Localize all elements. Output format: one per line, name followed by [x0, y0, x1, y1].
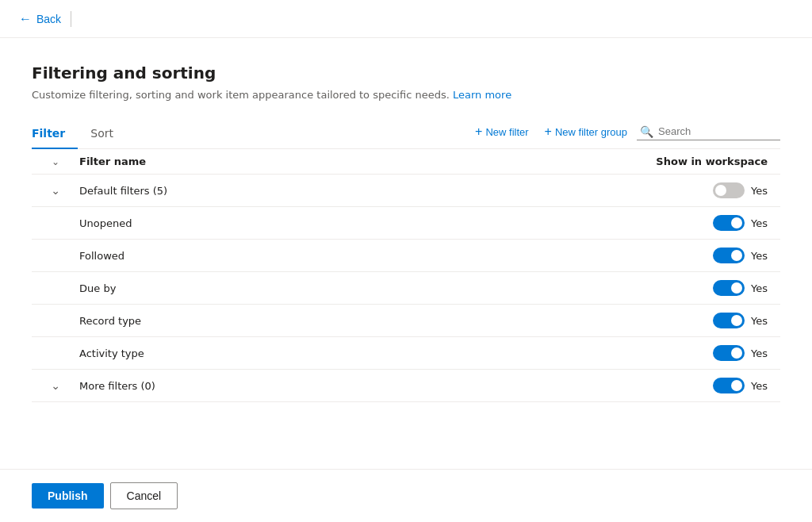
toggle-thumb — [731, 347, 742, 359]
toggle-area-default-filters: Yes — [622, 182, 780, 198]
toggle-yes-activity-type: Yes — [751, 347, 768, 359]
search-icon: 🔍 — [640, 125, 653, 138]
filter-table: ⌄ Filter name Show in workspace ⌄ Defaul… — [32, 149, 780, 450]
toggle-yes-followed: Yes — [751, 250, 768, 262]
table-row: Unopened Yes — [32, 207, 780, 240]
toggle-area-record-type: Yes — [622, 313, 780, 328]
back-arrow-icon: ← — [19, 12, 32, 26]
toggle-track — [713, 248, 745, 263]
toggle-track — [713, 182, 745, 198]
toggle-thumb — [731, 250, 742, 261]
header-filter-name: Filter name — [79, 155, 622, 167]
toggle-due-by[interactable] — [713, 280, 745, 296]
table-row: Activity type Yes — [32, 337, 780, 370]
toggle-area-due-by: Yes — [622, 280, 780, 296]
toggle-track — [713, 215, 745, 231]
tab-filter[interactable]: Filter — [32, 121, 78, 149]
toggle-more-filters[interactable] — [713, 378, 745, 393]
toggle-followed[interactable] — [713, 248, 745, 263]
top-bar-divider — [71, 11, 71, 27]
row-label-unopened: Unopened — [79, 217, 622, 229]
toggle-track — [713, 313, 745, 328]
row-label-due-by: Due by — [79, 282, 622, 294]
toggle-area-more-filters: Yes — [622, 378, 780, 393]
new-filter-label: New filter — [485, 126, 528, 138]
header-chevron-col: ⌄ — [32, 156, 79, 167]
toggle-thumb — [731, 282, 742, 294]
table-row: ⌄ More filters (0) Yes — [32, 370, 780, 402]
subtitle-text: Customize filtering, sorting and work it… — [32, 89, 450, 101]
row-label-record-type: Record type — [79, 315, 622, 327]
toggle-unopened[interactable] — [713, 215, 745, 231]
tab-sort[interactable]: Sort — [78, 121, 126, 149]
toggle-record-type[interactable] — [713, 313, 745, 328]
new-filter-group-label: New filter group — [555, 126, 627, 138]
toggle-track — [713, 280, 745, 296]
new-filter-group-button[interactable]: + New filter group — [538, 121, 634, 142]
publish-button[interactable]: Publish — [32, 483, 104, 509]
tabs-toolbar: Filter Sort + New filter + New filter gr… — [32, 120, 780, 149]
row-chevron-default-filters[interactable]: ⌄ — [32, 184, 79, 197]
toggle-thumb — [731, 315, 742, 326]
toolbar: + New filter + New filter group 🔍 — [469, 121, 780, 148]
table-row: Due by Yes — [32, 272, 780, 305]
toggle-yes-due-by: Yes — [751, 282, 768, 294]
toggle-thumb — [731, 217, 742, 228]
header-show-workspace: Show in workspace — [622, 155, 780, 167]
row-label-followed: Followed — [79, 250, 622, 262]
toggle-activity-type[interactable] — [713, 345, 745, 361]
footer: Publish Cancel — [0, 469, 812, 522]
row-label-default-filters: Default filters (5) — [79, 185, 622, 197]
top-bar: ← Back — [0, 0, 812, 38]
page-subtitle: Customize filtering, sorting and work it… — [32, 89, 780, 101]
sort-chevron-icon: ⌄ — [52, 156, 59, 167]
new-filter-button[interactable]: + New filter — [469, 121, 535, 142]
toggle-default-filters[interactable] — [713, 182, 745, 198]
toggle-area-unopened: Yes — [622, 215, 780, 231]
search-input[interactable] — [658, 125, 777, 137]
table-header: ⌄ Filter name Show in workspace — [32, 149, 780, 175]
row-label-activity-type: Activity type — [79, 347, 622, 359]
toggle-thumb — [731, 380, 742, 391]
main-content: Filtering and sorting Customize filterin… — [0, 38, 812, 469]
back-button[interactable]: ← Back — [19, 12, 61, 26]
chevron-down-icon: ⌄ — [51, 184, 60, 197]
search-container: 🔍 — [637, 124, 780, 140]
toggle-yes-unopened: Yes — [751, 217, 768, 229]
learn-more-link[interactable]: Learn more — [453, 89, 511, 101]
toggle-area-followed: Yes — [622, 248, 780, 263]
cancel-button[interactable]: Cancel — [110, 482, 178, 509]
table-row: Record type Yes — [32, 305, 780, 337]
plus-icon-filter: + — [475, 125, 482, 139]
back-label: Back — [36, 13, 61, 25]
toggle-thumb — [715, 185, 726, 196]
tabs-container: Filter Sort — [32, 120, 126, 148]
toggle-area-activity-type: Yes — [622, 345, 780, 361]
table-row: ⌄ Default filters (5) Yes — [32, 175, 780, 207]
toggle-yes-record-type: Yes — [751, 315, 768, 327]
chevron-down-icon: ⌄ — [51, 379, 60, 392]
toggle-yes-more-filters: Yes — [751, 380, 768, 392]
toggle-track — [713, 378, 745, 393]
toggle-yes-default-filters: Yes — [751, 185, 768, 197]
table-row: Followed Yes — [32, 240, 780, 272]
plus-icon-group: + — [545, 125, 552, 139]
toggle-track — [713, 345, 745, 361]
row-chevron-more-filters[interactable]: ⌄ — [32, 379, 79, 392]
row-label-more-filters: More filters (0) — [79, 380, 622, 392]
page-title: Filtering and sorting — [32, 63, 780, 83]
